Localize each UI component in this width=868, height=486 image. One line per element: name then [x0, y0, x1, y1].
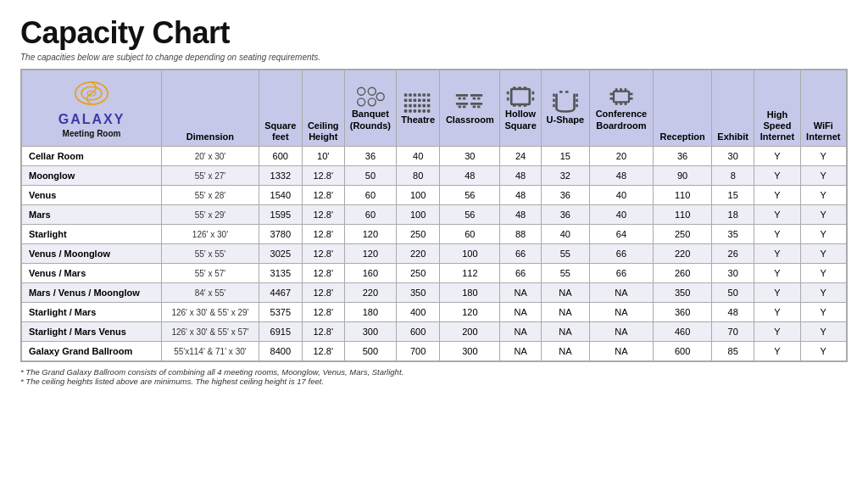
data-cell: Y [754, 166, 800, 186]
data-cell: 112 [440, 264, 500, 283]
data-cell: 10' [302, 147, 344, 166]
data-cell: 66 [500, 244, 542, 264]
data-cell: 100 [396, 186, 439, 205]
data-cell: 126' x 30' & 55' x 57' [162, 322, 259, 342]
data-cell: 180 [344, 303, 396, 322]
svg-rect-25 [427, 104, 431, 108]
theatre-icon [403, 91, 433, 115]
data-cell: NA [500, 283, 542, 303]
data-cell: Y [754, 264, 800, 283]
data-cell: 66 [589, 264, 653, 283]
footnote-2: * The ceiling heights listed above are m… [20, 377, 848, 386]
data-cell: 85 [712, 342, 754, 361]
data-cell: NA [541, 322, 589, 342]
data-cell: 360 [654, 303, 712, 322]
data-cell: 126' x 30' & 55' x 29' [162, 303, 259, 322]
data-cell: 12.8' [302, 186, 344, 205]
data-cell: 30 [712, 147, 754, 166]
svg-rect-14 [404, 99, 408, 103]
data-cell: 55' x 29' [162, 205, 259, 225]
data-cell: 12.8' [302, 205, 344, 225]
data-cell: 220 [396, 244, 439, 264]
data-cell: 8 [712, 166, 754, 186]
svg-rect-34 [463, 98, 466, 100]
data-cell: 70 [712, 322, 754, 342]
data-cell: Y [800, 166, 846, 186]
data-cell: 26 [712, 244, 754, 264]
svg-rect-49 [518, 104, 521, 107]
svg-rect-21 [409, 104, 412, 108]
data-cell: 300 [440, 342, 500, 361]
svg-rect-32 [456, 94, 468, 97]
data-cell: 50 [344, 166, 396, 186]
data-cell: Y [754, 205, 800, 225]
svg-rect-47 [524, 87, 527, 90]
data-cell: 600 [396, 322, 439, 342]
col-reception: Reception [654, 70, 712, 147]
data-cell: 66 [500, 264, 542, 283]
data-cell: 8400 [259, 342, 302, 361]
footnote-1: * The Grand Galaxy Ballroom consists of … [20, 367, 848, 377]
data-cell: 1332 [259, 166, 302, 186]
data-cell: 50 [712, 283, 754, 303]
data-cell: 55' x 28' [162, 186, 259, 205]
svg-rect-38 [456, 103, 468, 105]
room-name-cell: Cellar Room [22, 147, 162, 166]
data-cell: 36 [541, 186, 589, 205]
data-cell: NA [589, 283, 653, 303]
data-cell: 126' x 30' [162, 225, 259, 244]
svg-rect-56 [553, 99, 555, 103]
hollow-square-icon [505, 85, 536, 109]
room-name-cell: Venus / Moonglow [22, 244, 162, 264]
data-cell: 350 [396, 283, 439, 303]
data-cell: 6915 [259, 322, 302, 342]
svg-rect-27 [409, 109, 412, 113]
data-cell: NA [541, 283, 589, 303]
col-highspeed: HighSpeedInternet [754, 70, 800, 147]
capacity-table-wrapper: GALAXY Meeting Room Dimension Squarefeet… [20, 69, 848, 362]
meeting-room-label: Meeting Room [63, 129, 121, 139]
data-cell: 700 [396, 342, 439, 361]
col-sqft: Squarefeet [259, 70, 302, 147]
svg-rect-30 [423, 109, 426, 113]
col-hollow: HollowSquare [500, 70, 542, 147]
svg-rect-31 [427, 109, 431, 113]
page-subtitle: The capacities below are subject to chan… [20, 53, 848, 62]
data-cell: Y [754, 147, 800, 166]
data-cell: NA [589, 322, 653, 342]
data-cell: 12.8' [302, 264, 344, 283]
room-name-cell: Starlight / Mars Venus [22, 322, 162, 342]
data-cell: Y [754, 225, 800, 244]
svg-rect-60 [576, 104, 578, 108]
data-cell: Y [754, 186, 800, 205]
svg-rect-39 [459, 106, 462, 109]
svg-rect-44 [511, 89, 530, 104]
page-title: Capacity Chart [20, 15, 848, 51]
data-cell: 12.8' [302, 283, 344, 303]
data-cell: 20 [589, 147, 653, 166]
svg-rect-41 [470, 103, 482, 105]
data-cell: 30 [440, 147, 500, 166]
data-cell: Y [754, 283, 800, 303]
svg-rect-68 [620, 103, 622, 106]
svg-rect-64 [615, 89, 618, 92]
data-cell: 250 [396, 264, 439, 283]
svg-rect-71 [609, 98, 613, 100]
data-cell: 220 [654, 244, 712, 264]
data-cell: 4467 [259, 283, 302, 303]
svg-rect-20 [404, 104, 408, 108]
svg-rect-53 [532, 92, 535, 95]
data-cell: 12.8' [302, 342, 344, 361]
svg-rect-22 [414, 104, 417, 108]
svg-rect-73 [630, 98, 633, 100]
data-cell: 60 [344, 186, 396, 205]
table-row: Venus55' x 28'154012.8'60100564836401101… [22, 186, 847, 205]
col-conference: ConferenceBoardroom [589, 70, 653, 147]
svg-rect-45 [513, 87, 516, 90]
col-classroom: Classroom [440, 70, 500, 147]
room-name-cell: Starlight [22, 225, 162, 244]
data-cell: 48 [500, 186, 542, 205]
svg-rect-70 [609, 93, 613, 96]
data-cell: NA [541, 303, 589, 322]
data-cell: 12.8' [302, 322, 344, 342]
